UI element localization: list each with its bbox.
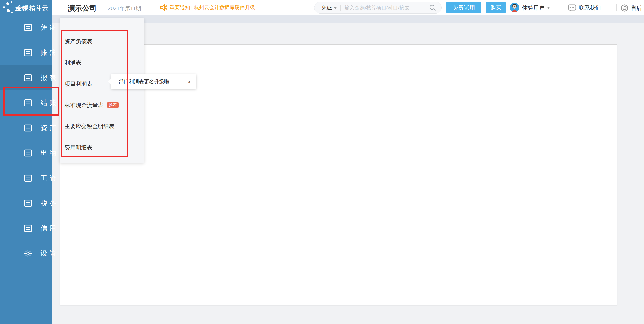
sidebar-item-2[interactable]: 账簿 xyxy=(0,40,52,65)
tax-icon xyxy=(24,199,32,208)
chevron-down-icon xyxy=(334,7,337,9)
sidebar-item-8[interactable]: 税务 xyxy=(0,191,52,216)
buy-button[interactable]: 购买 xyxy=(486,2,506,13)
sidebar-item-6[interactable]: 出纳 xyxy=(0,140,52,166)
sidebar-item-label: 账簿 xyxy=(40,48,58,57)
flyout-item[interactable]: 标准现金流量表推荐 xyxy=(60,94,144,116)
logo-text: 金蝶精斗云 xyxy=(15,4,48,12)
company-name[interactable]: 演示公司 xyxy=(68,3,97,13)
sidebar-nav: 凭证账簿报表结账资产出纳工资税务信用设置 xyxy=(0,15,52,324)
asset-icon xyxy=(24,124,32,132)
salary-icon xyxy=(24,174,32,183)
cashier-icon xyxy=(24,149,32,157)
contact-us[interactable]: 联系我们 xyxy=(568,4,601,12)
sidebar-item-label: 报表 xyxy=(40,73,58,82)
report-icon xyxy=(24,73,32,82)
ledger-icon xyxy=(24,48,32,57)
sidebar-item-7[interactable]: 工资 xyxy=(0,166,52,191)
sidebar-item-label: 资产 xyxy=(40,123,58,132)
voucher-icon xyxy=(24,23,32,32)
flyout-item[interactable]: 利润表 xyxy=(60,52,144,73)
chat-icon xyxy=(568,4,576,12)
recommend-badge: 推荐 xyxy=(107,102,119,108)
divider xyxy=(340,5,341,11)
sidebar-item-5[interactable]: 资产 xyxy=(0,115,52,140)
sidebar-item-label: 凭证 xyxy=(40,23,58,32)
close-icon[interactable]: x xyxy=(188,79,190,84)
search-input[interactable] xyxy=(344,5,429,11)
avatar[interactable] xyxy=(510,3,519,12)
sidebar-item-3[interactable]: 报表 xyxy=(0,65,52,90)
sidebar-item-1[interactable]: 凭证 xyxy=(0,15,52,40)
free-trial-button[interactable]: 免费试用 xyxy=(446,2,482,13)
notice-link[interactable]: 重要通知 | 杭州云会计数据库硬件升级 xyxy=(170,4,255,11)
flyout-item[interactable]: 主要应交税金明细表 xyxy=(60,116,144,137)
flyout-item[interactable]: 资产负债表 xyxy=(60,31,144,52)
rename-tooltip: 部门利润表更名升级啦 x xyxy=(112,74,196,89)
speaker-icon xyxy=(160,4,167,11)
sidebar-item-10[interactable]: 设置 xyxy=(0,241,52,266)
sidebar-item-4[interactable]: 结账 xyxy=(0,90,52,115)
search-scope-select[interactable]: 凭证 xyxy=(322,4,337,11)
settings-icon xyxy=(24,249,32,258)
top-header: 金蝶精斗云 演示公司 2021年第11期 重要通知 | 杭州云会计数据库硬件升级… xyxy=(0,0,644,15)
sidebar-item-label: 结账 xyxy=(40,98,58,107)
user-menu[interactable]: 体验用户 xyxy=(522,4,550,12)
divider xyxy=(564,4,564,11)
after-sales[interactable]: 售后 xyxy=(620,4,642,12)
sidebar-item-label: 工资 xyxy=(40,174,58,183)
global-search[interactable]: 凭证 xyxy=(314,2,442,14)
app-logo[interactable]: 金蝶精斗云 xyxy=(0,0,52,15)
notice-bar[interactable]: 重要通知 | 杭州云会计数据库硬件升级 xyxy=(160,3,255,12)
service-icon xyxy=(620,4,628,12)
chevron-down-icon xyxy=(547,7,550,9)
sidebar-item-label: 税务 xyxy=(40,199,58,208)
report-flyout-menu: 资产负债表利润表项目利润表标准现金流量表推荐主要应交税金明细表费用明细表 xyxy=(60,18,144,163)
closing-icon xyxy=(24,98,32,107)
sidebar-item-9[interactable]: 信用 xyxy=(0,216,52,241)
sidebar-item-label: 出纳 xyxy=(40,148,58,158)
divider xyxy=(616,4,616,11)
search-icon[interactable] xyxy=(429,4,436,11)
sidebar-item-label: 信用 xyxy=(40,224,58,233)
credit-icon xyxy=(24,224,32,233)
sidebar-item-label: 设置 xyxy=(40,249,58,258)
flyout-item[interactable]: 费用明细表 xyxy=(60,137,144,158)
accounting-period: 2021年第11期 xyxy=(108,5,141,12)
